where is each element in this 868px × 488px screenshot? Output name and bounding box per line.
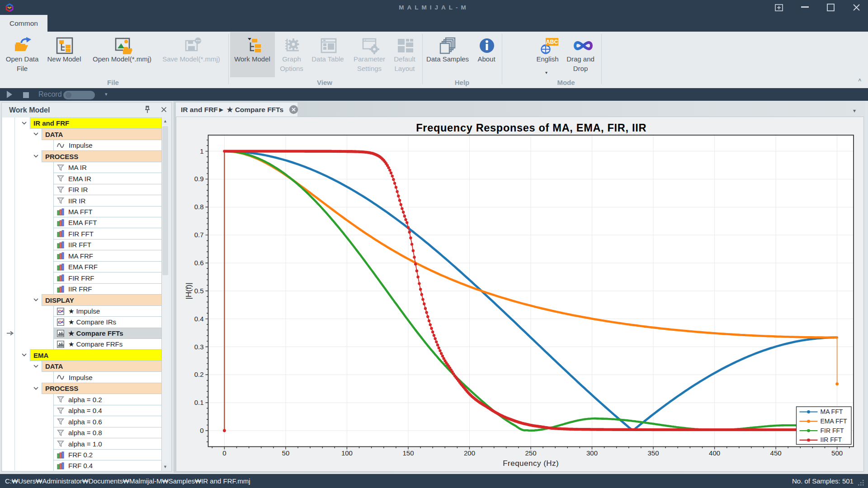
- svg-text:0.4: 0.4: [194, 315, 204, 323]
- svg-text:EMA FFT: EMA FFT: [821, 418, 848, 425]
- svg-text:0.2: 0.2: [194, 371, 204, 378]
- svg-text:0: 0: [200, 427, 203, 434]
- svg-text:400: 400: [709, 449, 720, 457]
- svg-text:450: 450: [770, 449, 782, 457]
- svg-text:100: 100: [341, 449, 353, 457]
- svg-text:350: 350: [647, 449, 659, 457]
- svg-text:250: 250: [525, 449, 536, 457]
- svg-text:0: 0: [222, 449, 226, 457]
- svg-text:300: 300: [586, 449, 598, 457]
- svg-text:50: 50: [282, 449, 290, 457]
- svg-text:200: 200: [464, 449, 475, 457]
- svg-text:FIR FFT: FIR FFT: [821, 427, 844, 434]
- svg-text:0.1: 0.1: [194, 399, 204, 406]
- svg-text:0.3: 0.3: [194, 343, 204, 351]
- svg-text:MA FFT: MA FFT: [821, 408, 843, 415]
- svg-text:|H(f)|: |H(f)|: [184, 282, 193, 299]
- svg-text:0.6: 0.6: [194, 259, 204, 267]
- svg-text:0.7: 0.7: [194, 231, 204, 239]
- svg-text:Frequency (Hz): Frequency (Hz): [503, 459, 559, 468]
- svg-text:0.8: 0.8: [194, 203, 204, 211]
- svg-text:1: 1: [200, 147, 203, 155]
- svg-text:0.5: 0.5: [194, 287, 204, 295]
- svg-text:150: 150: [402, 449, 414, 457]
- svg-text:0.9: 0.9: [194, 175, 204, 183]
- svg-text:Frequency Responses of MA, EMA: Frequency Responses of MA, EMA, FIR, IIR: [416, 122, 646, 134]
- svg-text:500: 500: [831, 449, 843, 457]
- svg-text:IIR FFT: IIR FFT: [821, 436, 842, 443]
